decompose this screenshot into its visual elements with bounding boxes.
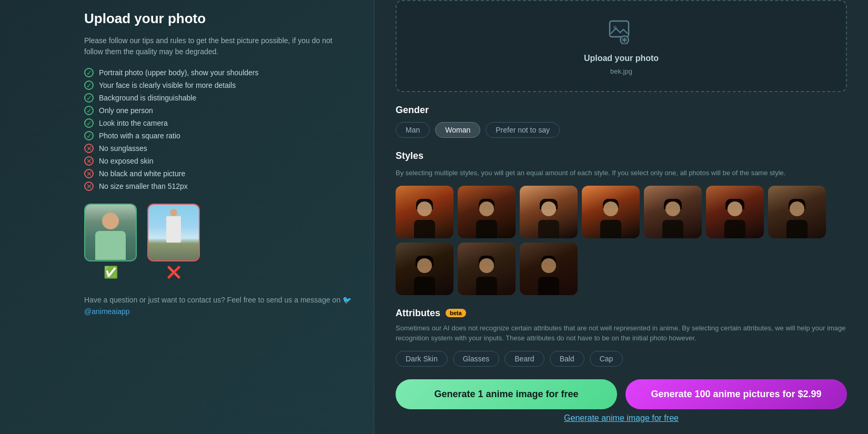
style-thumb-1[interactable]	[396, 186, 453, 238]
page-title: Upload your photo	[84, 11, 352, 27]
check-icon-2: ✓	[84, 80, 94, 90]
styles-label: Styles	[396, 150, 847, 162]
upload-icon	[608, 17, 635, 49]
twitter-link[interactable]: @animeaiapp	[84, 307, 130, 316]
twitter-icon: 🐦	[342, 296, 351, 304]
check-icon-4: ✓	[84, 106, 94, 115]
gender-prefer-button[interactable]: Prefer not to say	[486, 122, 560, 138]
x-icon-4: ✕	[84, 181, 94, 191]
rule-good-2: ✓ Your face is clearly visible for more …	[84, 80, 352, 90]
attributes-pill-group: Dark Skin Glasses Beard Bald Cap	[396, 351, 847, 367]
rule-good-5: ✓ Look into the camera	[84, 118, 352, 128]
attr-glasses-button[interactable]: Glasses	[453, 351, 500, 367]
good-status-icon: ✅	[104, 266, 118, 279]
x-icon-3: ✕	[84, 169, 94, 178]
contact-text: Have a question or just want to contact …	[84, 294, 352, 318]
styles-section: Styles By selecting multiple styles, you…	[396, 150, 847, 295]
x-icon-2: ✕	[84, 156, 94, 166]
upload-area[interactable]: Upload your photo bek.jpg	[396, 0, 847, 92]
gender-man-button[interactable]: Man	[396, 122, 430, 138]
generate-paid-button[interactable]: Generate 100 anime pictures for $2.99	[625, 379, 847, 409]
check-icon-1: ✓	[84, 68, 94, 77]
check-icon-3: ✓	[84, 93, 94, 103]
rule-good-1: ✓ Portrait photo (upper body), show your…	[84, 68, 352, 77]
attr-beard-button[interactable]: Beard	[504, 351, 544, 367]
upload-area-title: Upload your photo	[584, 54, 659, 63]
rule-good-4: ✓ Only one person	[84, 106, 352, 115]
style-thumb-6[interactable]	[706, 186, 764, 238]
check-icon-6: ✓	[84, 131, 94, 140]
photo-example-good: ✅	[84, 204, 137, 279]
x-icon-1: ✕	[84, 144, 94, 153]
check-icon-5: ✓	[84, 118, 94, 128]
bad-status-icon: ❌	[167, 266, 181, 279]
style-thumb-10[interactable]	[520, 243, 578, 295]
style-thumb-9[interactable]	[458, 243, 516, 295]
bad-photo-image	[148, 205, 199, 260]
style-thumb-2[interactable]	[458, 186, 516, 238]
rule-bad-2: ✕ No exposed skin	[84, 156, 352, 166]
left-panel: Upload your photo Please follow our tips…	[0, 0, 374, 434]
rule-good-6: ✓ Photo with a square ratio	[84, 131, 352, 140]
styles-description: By selecting multiple styles, you will g…	[396, 168, 847, 178]
photo-frame-good	[84, 204, 137, 261]
style-thumb-8[interactable]	[396, 243, 453, 295]
beta-badge: beta	[446, 309, 466, 317]
generate-link-area: Generate anime image for free	[396, 413, 847, 423]
style-thumb-3[interactable]	[520, 186, 578, 238]
photo-example-bad: ❌	[147, 204, 200, 279]
upload-filename: bek.jpg	[610, 67, 632, 75]
attr-dark-skin-button[interactable]: Dark Skin	[396, 351, 448, 367]
generate-free-button[interactable]: Generate 1 anime image for free	[396, 379, 617, 409]
rule-bad-3: ✕ No black and white picture	[84, 169, 352, 178]
gender-label: Gender	[396, 105, 847, 116]
gender-section: Gender Man Woman Prefer not to say	[396, 105, 847, 138]
attributes-label: Attributes	[396, 308, 440, 319]
svg-rect-0	[610, 21, 629, 37]
attributes-header: Attributes beta	[396, 308, 847, 319]
right-panel: Upload your photo bek.jpg Gender Man Wom…	[374, 0, 868, 434]
style-thumb-7[interactable]	[768, 186, 826, 238]
gender-woman-button[interactable]: Woman	[435, 122, 480, 138]
rule-bad-4: ✕ No size smaller than 512px	[84, 181, 352, 191]
generate-anime-link[interactable]: Generate anime image for free	[564, 413, 679, 422]
action-buttons: Generate 1 anime image for free Generate…	[396, 379, 847, 409]
upload-subtitle: Please follow our tips and rules to get …	[84, 35, 352, 57]
rules-list: ✓ Portrait photo (upper body), show your…	[84, 68, 352, 191]
attributes-section: Attributes beta Sometimes our AI does no…	[396, 308, 847, 367]
attr-cap-button[interactable]: Cap	[590, 351, 623, 367]
style-grid	[396, 186, 847, 295]
rule-bad-1: ✕ No sunglasses	[84, 144, 352, 153]
good-photo-image	[85, 205, 136, 260]
gender-pill-group: Man Woman Prefer not to say	[396, 122, 847, 138]
style-thumb-4[interactable]	[582, 186, 640, 238]
photo-frame-bad	[147, 204, 200, 261]
rule-good-3: ✓ Background is distinguishable	[84, 93, 352, 103]
style-thumb-5[interactable]	[644, 186, 702, 238]
attr-bald-button[interactable]: Bald	[550, 351, 584, 367]
photo-examples: ✅ ❌	[84, 204, 352, 279]
attributes-description: Sometimes our AI does not recognize cert…	[396, 323, 847, 344]
